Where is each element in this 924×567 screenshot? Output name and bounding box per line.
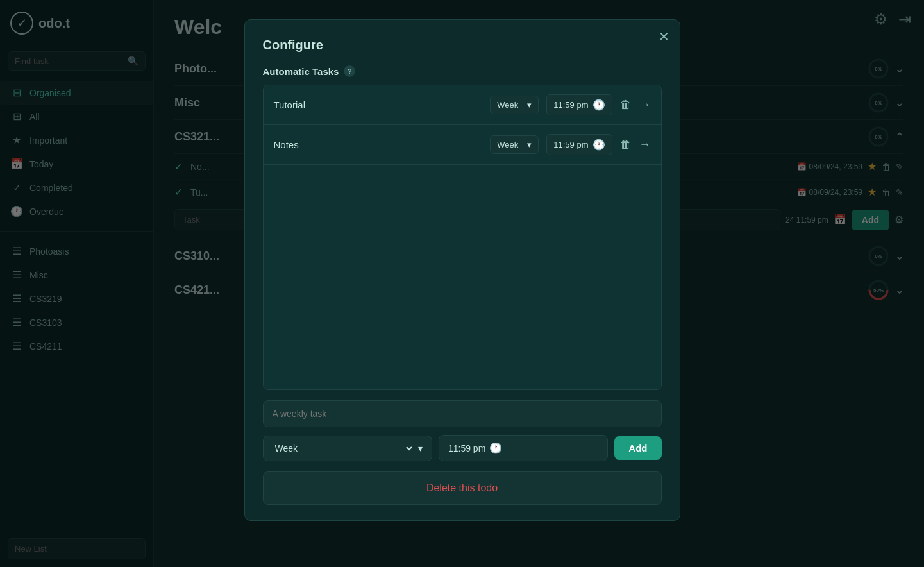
help-icon[interactable]: ?: [344, 65, 355, 77]
clock-icon: 🕐: [489, 442, 502, 454]
auto-task-row: Tutorial Week Day Month ▾ 11:59 pm 🕐 🗑 →: [264, 85, 661, 125]
frequency-selector[interactable]: Week Day Month ▾: [490, 135, 539, 154]
delete-task-icon[interactable]: 🗑: [620, 98, 632, 112]
new-task-name-input[interactable]: [263, 400, 662, 427]
new-task-freq-selector[interactable]: Week Day Month ▾: [263, 436, 432, 461]
frequency-selector[interactable]: Week Day Month ▾: [490, 96, 539, 114]
empty-task-area: [264, 165, 661, 389]
new-task-freq-select[interactable]: Week Day Month: [273, 443, 414, 454]
new-task-time-field: 11:59 pm 🕐: [439, 435, 608, 461]
clock-icon: 🕐: [592, 139, 605, 151]
navigate-icon[interactable]: →: [639, 98, 651, 112]
auto-task-row: Notes Week Day Month ▾ 11:59 pm 🕐 🗑 →: [264, 125, 661, 165]
navigate-icon[interactable]: →: [639, 138, 651, 151]
delete-todo-button[interactable]: Delete this todo: [263, 471, 662, 505]
chevron-down-icon: ▾: [527, 140, 532, 149]
auto-task-name: Notes: [274, 139, 483, 150]
time-field: 11:59 pm 🕐: [546, 94, 612, 115]
section-label: Automatic Tasks ?: [263, 65, 662, 77]
configure-modal: ✕ Configure Automatic Tasks ? Tutorial W…: [244, 19, 680, 521]
add-auto-task-button[interactable]: Add: [614, 436, 661, 460]
modal-title: Configure: [263, 38, 662, 53]
auto-task-name: Tutorial: [274, 99, 483, 110]
auto-tasks-list: Tutorial Week Day Month ▾ 11:59 pm 🕐 🗑 →: [263, 85, 662, 390]
delete-task-icon[interactable]: 🗑: [620, 138, 632, 151]
modal-overlay: ✕ Configure Automatic Tasks ? Tutorial W…: [0, 0, 924, 567]
chevron-down-icon: ▾: [527, 100, 532, 110]
frequency-select[interactable]: Week Day Month: [497, 140, 523, 149]
new-task-controls: Week Day Month ▾ 11:59 pm 🕐 Add: [263, 435, 662, 461]
time-field: 11:59 pm 🕐: [546, 134, 612, 155]
close-button[interactable]: ✕: [659, 30, 669, 43]
frequency-select[interactable]: Week Day Month: [497, 100, 523, 110]
clock-icon: 🕐: [592, 99, 605, 111]
chevron-down-icon: ▾: [418, 443, 423, 453]
